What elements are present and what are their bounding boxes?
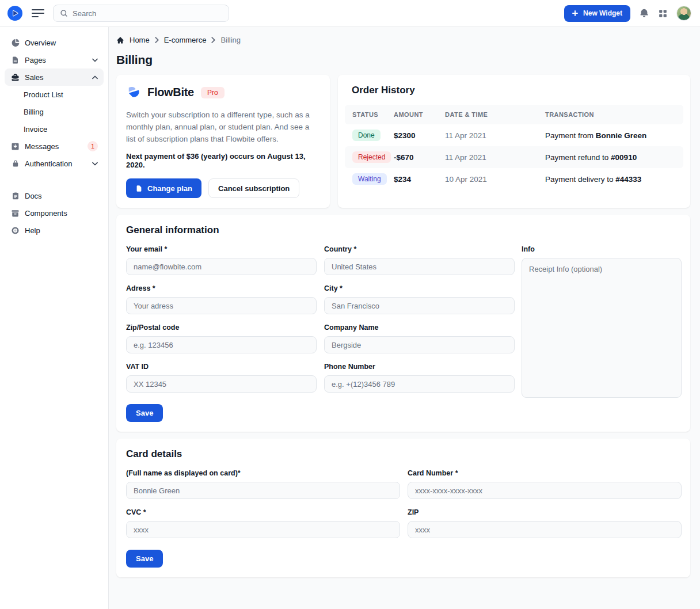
notifications-bell-icon[interactable] xyxy=(639,8,649,18)
brand-row: FlowBite Pro xyxy=(126,85,320,100)
next-payment-note: Next payment of $36 (yearly) occurs on A… xyxy=(126,152,320,169)
zip-postal-input[interactable] xyxy=(126,336,317,353)
chevron-up-icon xyxy=(92,75,98,79)
home-icon[interactable] xyxy=(116,36,124,44)
help-icon xyxy=(10,226,20,235)
clipboard-icon xyxy=(10,191,20,201)
sidebar-item-help[interactable]: Help xyxy=(5,222,104,239)
card-details-save-button[interactable]: Save xyxy=(126,550,163,568)
sidebar-subitem-label: Billing xyxy=(24,108,44,116)
document-icon xyxy=(135,185,143,192)
zip-postal-label: Zip/Postal code xyxy=(126,323,317,332)
order-history-title: Order History xyxy=(352,85,676,96)
new-widget-button[interactable]: New Widget xyxy=(564,5,630,22)
inbox-icon xyxy=(10,142,20,151)
amount-cell: $2300 xyxy=(394,131,445,140)
breadcrumb-ecommerce[interactable]: E-commerce xyxy=(164,36,207,44)
pro-plan-badge: Pro xyxy=(201,87,225,98)
pie-chart-icon xyxy=(10,38,20,48)
form-column-right: Card Number * ZIP xyxy=(408,469,682,568)
breadcrumb-current: Billing xyxy=(220,36,241,44)
card-name-label: (Full name as displayed on card)* xyxy=(126,469,400,477)
sidebar-item-pages[interactable]: Pages xyxy=(5,51,104,68)
lock-icon xyxy=(10,159,20,169)
header-actions: New Widget xyxy=(564,5,691,22)
sidebar-item-overview[interactable]: Overview xyxy=(5,34,104,51)
search-icon xyxy=(60,9,68,17)
vat-id-label: VAT ID xyxy=(126,363,317,371)
info-label: Info xyxy=(522,245,682,253)
sidebar-subitem-product-list[interactable]: Product List xyxy=(5,86,104,103)
company-name-label: Company Name xyxy=(324,323,515,332)
card-number-input[interactable] xyxy=(408,482,682,499)
card-name-input[interactable] xyxy=(126,482,400,499)
general-information-form: Your email * Adress * Zip/Postal code VA… xyxy=(126,245,680,422)
form-column-left: Your email * Adress * Zip/Postal code VA… xyxy=(126,245,317,422)
breadcrumb: Home E-commerce Billing xyxy=(116,36,690,44)
address-input[interactable] xyxy=(126,297,317,314)
general-information-title: General information xyxy=(126,224,680,236)
amount-cell: -$670 xyxy=(394,153,445,162)
sidebar-item-label: Help xyxy=(25,226,40,235)
receipt-info-textarea[interactable] xyxy=(522,258,682,398)
email-input[interactable] xyxy=(126,258,317,275)
column-header-amount: AMOUNT xyxy=(394,111,445,118)
subscription-description: Switch your subscription to a different … xyxy=(126,109,320,145)
apps-grid-icon[interactable] xyxy=(658,9,668,18)
phone-number-label: Phone Number xyxy=(324,363,515,371)
email-label: Your email * xyxy=(126,245,317,253)
sidebar-item-label: Overview xyxy=(25,39,56,47)
breadcrumb-home[interactable]: Home xyxy=(130,36,150,44)
status-badge: Waiting xyxy=(352,173,387,185)
sidebar-subitem-invoice[interactable]: Invoice xyxy=(5,120,104,138)
subscription-card: FlowBite Pro Switch your subscription to… xyxy=(116,75,330,208)
sidebar-item-sales[interactable]: Sales xyxy=(5,68,104,86)
amount-cell: $234 xyxy=(394,175,445,184)
card-details-title: Card details xyxy=(126,448,680,460)
vat-id-input[interactable] xyxy=(126,375,317,393)
cancel-subscription-button[interactable]: Cancel subscription xyxy=(208,178,299,198)
table-row: Done $2300 11 Apr 2021 Payment from Bonn… xyxy=(345,124,683,146)
country-input[interactable] xyxy=(324,258,515,275)
sidebar-divider-gap xyxy=(5,172,104,187)
column-header-status: STATUS xyxy=(345,111,394,118)
phone-number-input[interactable] xyxy=(324,375,515,393)
chevron-right-icon xyxy=(211,37,215,43)
sidebar-item-docs[interactable]: Docs xyxy=(5,187,104,204)
cvc-input[interactable] xyxy=(126,521,400,538)
city-input[interactable] xyxy=(324,297,515,314)
change-plan-button[interactable]: Change plan xyxy=(126,178,201,198)
date-cell: 11 Apr 2021 xyxy=(445,131,545,140)
general-info-save-button[interactable]: Save xyxy=(126,404,163,422)
search-input[interactable] xyxy=(73,9,222,18)
transaction-cell: Payment delivery to #44333 xyxy=(545,175,683,184)
company-name-input[interactable] xyxy=(324,336,515,353)
user-avatar[interactable] xyxy=(676,6,691,21)
sidebar-item-label: Sales xyxy=(25,73,44,82)
app-logo-icon[interactable] xyxy=(7,6,22,21)
city-label: City * xyxy=(324,284,515,292)
main-content: Home E-commerce Billing Billing FlowBite… xyxy=(109,27,700,609)
sidebar-subitem-billing[interactable]: Billing xyxy=(5,103,104,120)
plus-icon xyxy=(572,10,578,16)
country-label: Country * xyxy=(324,245,515,253)
top-cards-row: FlowBite Pro Switch your subscription to… xyxy=(116,75,690,208)
address-label: Adress * xyxy=(126,284,317,292)
document-icon xyxy=(10,55,20,65)
sidebar-subitem-label: Invoice xyxy=(24,125,47,134)
billing-page: New Widget Overview Pages xyxy=(0,0,700,609)
sidebar-item-components[interactable]: Components xyxy=(5,204,104,222)
table-row: Rejected -$670 11 Apr 2021 Payment refun… xyxy=(345,146,683,168)
subscription-actions: Change plan Cancel subscription xyxy=(126,178,320,198)
brand-name: FlowBite xyxy=(147,86,194,99)
card-details-card: Card details (Full name as displayed on … xyxy=(116,439,690,577)
form-column-info: Info xyxy=(522,245,682,422)
sidebar-item-messages[interactable]: Messages 1 xyxy=(5,138,104,155)
transaction-cell: Payment refund to #00910 xyxy=(545,153,683,162)
chevron-right-icon xyxy=(155,37,159,43)
form-column-left: (Full name as displayed on card)* CVC * … xyxy=(126,469,400,568)
menu-toggle-icon[interactable] xyxy=(32,9,44,17)
sidebar-item-label: Components xyxy=(25,209,67,218)
card-zip-input[interactable] xyxy=(408,521,682,538)
sidebar-item-authentication[interactable]: Authentication xyxy=(5,155,104,172)
